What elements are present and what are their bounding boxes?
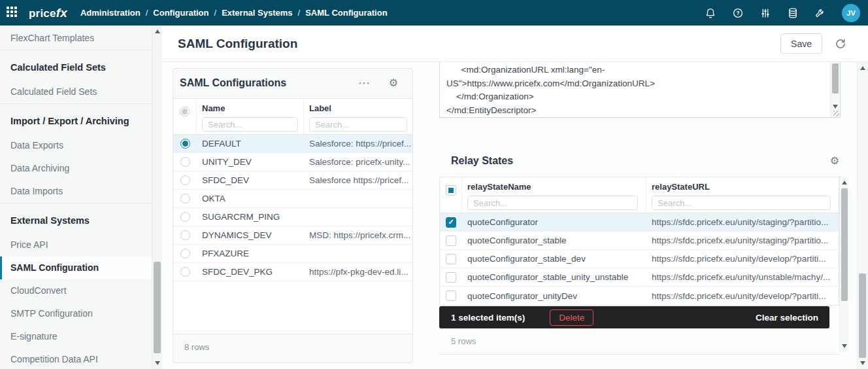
row-radio[interactable] [180, 175, 190, 185]
help-icon[interactable]: ? [732, 7, 744, 19]
refresh-icon[interactable] [835, 38, 846, 50]
breadcrumb-separator: / [214, 8, 217, 18]
user-avatar[interactable]: JV [842, 4, 860, 22]
table-row[interactable]: SUGARCRM_PING [173, 208, 412, 226]
row-radio[interactable] [180, 230, 190, 240]
table-row[interactable]: DEFAULT Salesforce: https://pricef... [173, 135, 412, 153]
sidebar-item-data-exports[interactable]: Data Exports [0, 134, 152, 157]
page-scrollbar[interactable] [857, 62, 868, 369]
name-cell: quoteConfigurator_unityDev [462, 291, 646, 301]
scroll-down-arrow-icon[interactable] [155, 361, 160, 365]
table-row[interactable]: UNITY_DEV Salesforce: pricefx-unity... [173, 153, 412, 171]
table-row[interactable]: quoteConfigurator_stable_unity_unstable … [440, 268, 839, 287]
table-row[interactable]: OKTA [173, 190, 412, 208]
column-header-relaystateurl[interactable]: relayStateURL [652, 182, 831, 192]
select-all-checkbox[interactable] [446, 185, 456, 196]
table-row[interactable]: quoteConfigurator_stable https://sfdc.pr… [440, 232, 839, 250]
preferences-sliders-icon[interactable] [760, 7, 771, 19]
column-header-label[interactable]: Label [309, 103, 407, 113]
top-navbar: pricefx Administration / Configuration /… [0, 0, 868, 26]
row-radio[interactable] [180, 157, 190, 167]
url-cell: https://sfdc.pricefx.eu/unity/develop/?p… [646, 254, 839, 264]
table-row[interactable]: ✓ quoteConfigurator https://sfdc.pricefx… [440, 213, 839, 232]
sidebar-item-saml-configuration[interactable]: SAML Configuration [0, 256, 152, 279]
sidebar-item-calculated-field-sets[interactable]: Calculated Field Sets [0, 80, 152, 103]
editor-scrollbar[interactable] [830, 62, 840, 117]
xml-metadata-editor[interactable]: <md:OrganizationURL xml:lang="en- US">ht… [439, 62, 841, 118]
breadcrumb-item-configuration[interactable]: Configuration [153, 8, 209, 18]
row-radio[interactable] [180, 194, 190, 203]
scrollbar-thumb[interactable] [154, 262, 161, 353]
database-icon[interactable] [787, 7, 799, 19]
sidebar-scrollbar[interactable] [152, 26, 162, 369]
row-radio[interactable] [180, 249, 190, 258]
scrollbar-thumb[interactable] [841, 188, 848, 301]
sidebar-section-import-export-archiving: Import / Export / Archiving [0, 108, 152, 134]
scroll-up-arrow-icon[interactable] [860, 66, 865, 70]
sidebar-divider [0, 203, 152, 203]
scroll-down-arrow-icon[interactable] [833, 105, 838, 109]
row-checkbox[interactable] [446, 290, 456, 301]
scroll-down-arrow-icon[interactable] [842, 344, 847, 348]
row-radio[interactable] [180, 139, 190, 149]
select-all-radio[interactable] [180, 107, 190, 116]
scroll-up-arrow-icon[interactable] [155, 29, 160, 33]
relay-states-table: relayStateName relayStateURL ✓ quoteConf… [439, 177, 839, 306]
scrollbar-thumb[interactable] [832, 63, 839, 94]
sidebar-item-data-archiving[interactable]: Data Archiving [0, 157, 152, 180]
sidebar-item-e-signature[interactable]: E-signature [0, 325, 152, 348]
table-row[interactable]: SFDC_DEV_PKG https://pfx-pkg-dev-ed.li..… [173, 263, 412, 281]
sidebar-item-price-api[interactable]: Price API [0, 234, 152, 256]
save-button[interactable]: Save [780, 33, 822, 54]
breadcrumb-item-administration[interactable]: Administration [80, 8, 141, 18]
name-search-input[interactable] [202, 117, 298, 132]
notifications-bell-icon[interactable] [705, 7, 716, 19]
sidebar-item-competition-data-api[interactable]: Competition Data API [0, 348, 152, 369]
relaystatename-search-input[interactable] [467, 196, 638, 210]
page-header: SAML Configuration Save [162, 26, 868, 62]
panel-title: Relay States [439, 155, 830, 167]
column-header-relaystatename[interactable]: relayStateName [467, 182, 638, 192]
breadcrumb-item-saml-configuration[interactable]: SAML Configuration [305, 8, 387, 18]
row-radio[interactable] [180, 267, 190, 277]
table-row[interactable]: DYNAMICS_DEV MSD: https://pricefx.crm... [173, 226, 412, 245]
scroll-up-arrow-icon[interactable] [842, 181, 847, 184]
delete-button[interactable]: Delete [550, 309, 593, 326]
column-header-name[interactable]: Name [202, 103, 298, 113]
label-cell: Salesforce https://pricef... [304, 175, 412, 185]
table-row[interactable]: quoteConfigurator_stable_dev https://sfd… [440, 250, 839, 268]
panel-settings-gear-icon[interactable]: ⚙ [830, 156, 839, 166]
url-cell: https://sfdc.pricefx.eu/unity/staging/?p… [646, 236, 839, 245]
tools-wrench-icon[interactable] [814, 7, 826, 19]
sidebar-item-data-imports[interactable]: Data Imports [0, 180, 152, 203]
table-row[interactable]: SFDC_DEV Salesforce https://pricef... [173, 171, 412, 190]
row-checkbox[interactable] [446, 236, 456, 246]
row-radio[interactable] [180, 212, 190, 222]
scroll-down-arrow-icon[interactable] [860, 361, 865, 365]
label-search-input[interactable] [309, 117, 407, 132]
sidebar-item-smtp-configuration[interactable]: SMTP Configuration [0, 302, 152, 325]
name-cell: quoteConfigurator [462, 217, 646, 227]
relay-table-scrollbar[interactable] [839, 177, 849, 352]
app-switcher-icon[interactable] [7, 7, 20, 20]
relaystateurl-search-input[interactable] [652, 196, 831, 210]
clear-selection-button[interactable]: Clear selection [756, 313, 818, 323]
table-row[interactable]: PFXAZURE [173, 245, 412, 263]
row-checkbox[interactable] [446, 254, 456, 264]
resize-handle[interactable] [833, 111, 839, 116]
table-row[interactable]: quoteConfigurator_unityDev https://sfdc.… [440, 287, 839, 305]
row-checkbox[interactable]: ✓ [446, 217, 456, 228]
sidebar-item-cloudconvert[interactable]: CloudConvert [0, 279, 152, 302]
main-content: SAML Configurations ⋯ ⚙ Name Label [162, 62, 868, 369]
pricefx-logo[interactable]: pricefx [29, 6, 67, 20]
name-cell: quoteConfigurator_stable [462, 236, 646, 245]
topbar-actions: ? JV [705, 4, 860, 22]
breadcrumb-separator: / [146, 8, 148, 18]
svg-text:?: ? [736, 10, 739, 16]
breadcrumb-item-external-systems[interactable]: External Systems [222, 8, 292, 18]
panel-settings-gear-icon[interactable]: ⚙ [389, 78, 398, 88]
row-checkbox[interactable] [446, 272, 456, 283]
panel-menu-icon[interactable]: ⋯ [358, 80, 371, 86]
sidebar-item-flexchart-templates[interactable]: FlexChart Templates [0, 27, 152, 50]
scrollbar-thumb[interactable] [859, 273, 866, 358]
